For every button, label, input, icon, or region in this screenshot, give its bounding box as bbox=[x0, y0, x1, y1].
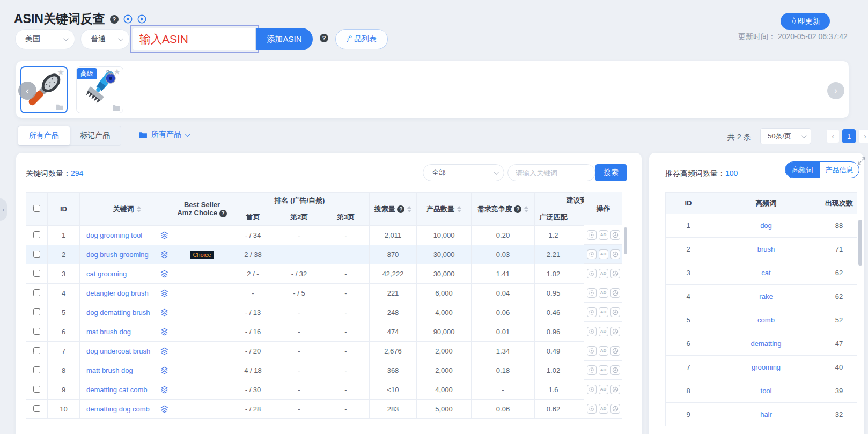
keyword-link[interactable]: dog grooming tool bbox=[86, 231, 142, 239]
row-checkbox[interactable] bbox=[33, 308, 40, 315]
carousel-prev-button[interactable]: ‹ bbox=[18, 82, 36, 100]
carousel-next-button[interactable]: › bbox=[827, 82, 844, 99]
trend-wheel-icon[interactable] bbox=[610, 404, 620, 414]
layers-icon[interactable] bbox=[160, 231, 168, 239]
star-icon[interactable]: ★ bbox=[114, 67, 121, 77]
layers-icon[interactable] bbox=[160, 328, 168, 336]
toggle-high-frequency[interactable]: 高频词 bbox=[785, 162, 820, 178]
mode-select[interactable]: 普通 bbox=[80, 29, 130, 49]
service-icon[interactable] bbox=[123, 14, 133, 24]
folder-icon[interactable] bbox=[112, 104, 120, 111]
keyword-link[interactable]: dog dematting brush bbox=[86, 308, 150, 317]
ad-icon[interactable]: AD bbox=[599, 346, 608, 356]
keyword-link[interactable]: mat brush dog bbox=[86, 328, 131, 336]
layers-icon[interactable] bbox=[160, 251, 168, 259]
col-product-count[interactable]: 产品数量 bbox=[417, 193, 472, 226]
col-keyword[interactable]: 关键词 bbox=[80, 193, 174, 226]
row-checkbox[interactable] bbox=[33, 251, 40, 258]
row-checkbox[interactable] bbox=[33, 386, 40, 393]
keyword-link[interactable]: cat grooming bbox=[86, 270, 127, 278]
toggle-product-info[interactable]: 产品信息 bbox=[820, 162, 859, 178]
sg-word[interactable]: dematting bbox=[751, 340, 781, 348]
trend-wheel-icon[interactable] bbox=[610, 249, 620, 259]
pagination-next-button[interactable]: › bbox=[858, 129, 868, 143]
row-checkbox[interactable] bbox=[33, 405, 40, 412]
sort-icon[interactable] bbox=[457, 206, 461, 212]
track-keyword-icon[interactable] bbox=[587, 365, 597, 375]
keyword-link[interactable]: matt brush dog bbox=[86, 366, 133, 374]
keyword-table-scrollbar[interactable] bbox=[624, 227, 627, 254]
row-checkbox[interactable] bbox=[33, 328, 40, 335]
expand-icon[interactable] bbox=[858, 157, 865, 165]
help-icon[interactable]: ? bbox=[397, 205, 404, 213]
layers-icon[interactable] bbox=[160, 347, 168, 355]
track-keyword-icon[interactable] bbox=[587, 288, 597, 298]
sg-word[interactable]: tool bbox=[761, 387, 772, 395]
ad-icon[interactable]: AD bbox=[599, 288, 608, 298]
sg-word[interactable]: cat bbox=[761, 269, 770, 277]
pagination-prev-button[interactable]: ‹ bbox=[826, 129, 840, 143]
search-button[interactable]: 搜索 bbox=[595, 164, 627, 181]
ad-icon[interactable]: AD bbox=[599, 404, 608, 414]
trend-wheel-icon[interactable] bbox=[610, 269, 620, 278]
keyword-link[interactable]: dematting cat comb bbox=[86, 386, 147, 394]
keyword-search-input[interactable] bbox=[507, 164, 595, 181]
layers-icon[interactable] bbox=[160, 289, 168, 297]
track-keyword-icon[interactable] bbox=[587, 307, 597, 317]
select-all-checkbox[interactable] bbox=[33, 205, 40, 212]
update-now-button[interactable]: 立即更新 bbox=[781, 13, 830, 30]
trend-wheel-icon[interactable] bbox=[610, 307, 620, 317]
track-keyword-icon[interactable] bbox=[587, 346, 597, 356]
keyword-filter-select[interactable]: 全部 bbox=[423, 164, 504, 181]
sort-icon[interactable] bbox=[407, 206, 411, 212]
sg-word[interactable]: rake bbox=[759, 292, 773, 300]
ad-icon[interactable]: AD bbox=[599, 365, 608, 375]
add-asin-help-icon[interactable]: ? bbox=[320, 34, 328, 42]
suggest-table-scrollbar[interactable] bbox=[858, 220, 862, 266]
ad-icon[interactable]: AD bbox=[599, 269, 608, 278]
sg-word[interactable]: hair bbox=[760, 410, 772, 418]
layers-icon[interactable] bbox=[160, 386, 168, 394]
sort-icon[interactable] bbox=[524, 206, 528, 212]
product-list-button[interactable]: 产品列表 bbox=[335, 29, 388, 49]
col-demand-ratio[interactable]: 需求竞争度 ? bbox=[472, 193, 535, 226]
layers-icon[interactable] bbox=[160, 366, 168, 374]
page-size-select[interactable]: 50条/页 bbox=[760, 128, 811, 144]
folder-filter[interactable]: 所有产品 bbox=[138, 130, 189, 139]
trend-wheel-icon[interactable] bbox=[610, 288, 620, 298]
sidebar-collapse-handle[interactable]: ‹ bbox=[0, 198, 7, 221]
sort-icon[interactable] bbox=[137, 206, 141, 212]
keyword-link[interactable]: dematting dog comb bbox=[86, 405, 150, 413]
row-checkbox[interactable] bbox=[33, 347, 40, 354]
track-keyword-icon[interactable] bbox=[587, 327, 597, 336]
pagination-page-1[interactable]: 1 bbox=[842, 129, 856, 143]
row-checkbox[interactable] bbox=[33, 366, 40, 373]
sg-word[interactable]: grooming bbox=[752, 363, 781, 371]
trend-wheel-icon[interactable] bbox=[610, 346, 620, 356]
trend-wheel-icon[interactable] bbox=[610, 365, 620, 375]
ad-icon[interactable]: AD bbox=[599, 327, 608, 336]
help-icon[interactable]: ? bbox=[219, 210, 227, 217]
video-tutorial-icon[interactable] bbox=[137, 14, 146, 24]
trend-wheel-icon[interactable] bbox=[610, 385, 620, 394]
track-keyword-icon[interactable] bbox=[587, 269, 597, 278]
row-checkbox[interactable] bbox=[33, 231, 40, 238]
keyword-link[interactable]: dog undercoat brush bbox=[86, 347, 150, 355]
tab-all-products[interactable]: 所有产品 bbox=[18, 126, 70, 145]
trend-wheel-icon[interactable] bbox=[610, 327, 620, 336]
row-checkbox[interactable] bbox=[33, 289, 40, 296]
keyword-link[interactable]: dog brush grooming bbox=[86, 251, 149, 259]
asin-input[interactable] bbox=[133, 28, 256, 50]
keyword-link[interactable]: detangler dog brush bbox=[86, 289, 149, 297]
track-keyword-icon[interactable] bbox=[587, 385, 597, 394]
layers-icon[interactable] bbox=[160, 405, 168, 413]
sg-word[interactable]: comb bbox=[757, 316, 775, 324]
add-asin-button[interactable]: 添加ASIN bbox=[256, 28, 313, 50]
track-keyword-icon[interactable] bbox=[587, 230, 597, 240]
layers-icon[interactable] bbox=[160, 308, 168, 317]
title-help-icon[interactable]: ? bbox=[110, 15, 119, 24]
ad-icon[interactable]: AD bbox=[599, 385, 608, 394]
ad-icon[interactable]: AD bbox=[599, 307, 608, 317]
ad-icon[interactable]: AD bbox=[599, 230, 608, 240]
star-icon[interactable]: ★ bbox=[57, 68, 64, 77]
